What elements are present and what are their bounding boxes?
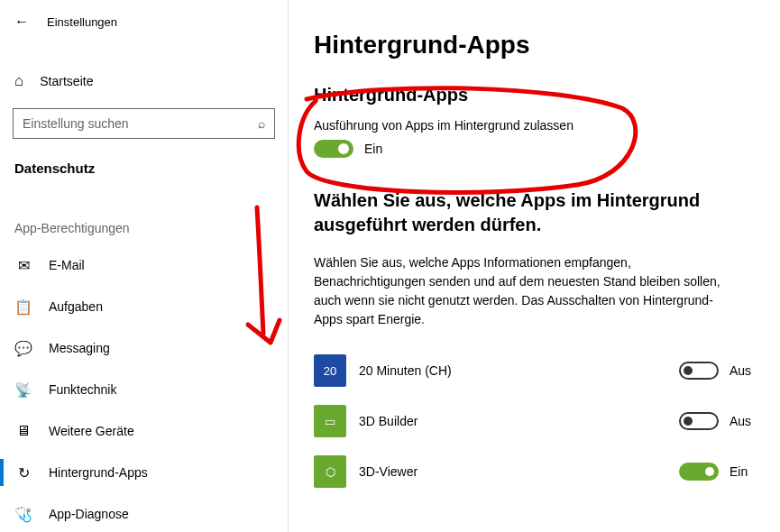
main-content: Hintergrund-Apps Hintergrund-Apps Ausfüh… — [289, 0, 780, 532]
app-toggle-wrap: Aus — [679, 362, 757, 380]
sidebar-item-hintergrund-apps[interactable]: ↻Hintergrund-Apps — [0, 452, 288, 493]
window-title: Einstellungen — [47, 15, 117, 29]
nav-icon: 💬 — [14, 340, 32, 357]
app-icon: ▭ — [314, 405, 346, 437]
sidebar-group-title: App-Berechtigungen — [0, 185, 288, 244]
search-input[interactable]: Einstellung suchen ⌕ — [13, 108, 275, 139]
sidebar-item-aufgaben[interactable]: 📋Aufgaben — [0, 286, 288, 327]
master-toggle[interactable] — [314, 140, 353, 158]
nav-icon: 📡 — [14, 381, 32, 399]
app-toggle-wrap: Ein — [679, 463, 757, 481]
app-name: 20 Minuten (CH) — [359, 363, 666, 378]
sidebar-section-title: Datenschutz — [0, 153, 288, 185]
app-toggle-wrap: Aus — [679, 412, 757, 430]
choose-title: Wählen Sie aus, welche Apps im Hintergru… — [314, 188, 757, 237]
app-toggle-state: Ein — [730, 464, 757, 479]
sidebar-item-funktechnik[interactable]: 📡Funktechnik — [0, 369, 288, 410]
section-heading: Hintergrund-Apps — [314, 85, 757, 105]
app-row: ⬡3D-ViewerEin — [314, 446, 757, 497]
app-row: ▭3D BuilderAus — [314, 396, 757, 446]
sidebar-item-app-diagnose[interactable]: 🩺App-Diagnose — [0, 493, 288, 532]
app-toggle[interactable] — [679, 412, 719, 430]
app-toggle[interactable] — [679, 362, 719, 380]
search-icon: ⌕ — [258, 116, 265, 131]
search-placeholder: Einstellung suchen — [23, 116, 129, 131]
back-button[interactable]: ← — [14, 14, 29, 30]
nav-icon: 📋 — [14, 298, 32, 316]
sidebar-item-weitere-geräte[interactable]: 🖥Weitere Geräte — [0, 410, 288, 452]
nav-label: Hintergrund-Apps — [49, 465, 148, 480]
app-name: 3D Builder — [359, 414, 666, 428]
allow-label: Ausführung von Apps im Hintergrund zulas… — [314, 118, 757, 133]
app-toggle-state: Aus — [730, 414, 757, 428]
nav-label: Weitere Geräte — [49, 424, 134, 438]
page-title: Hintergrund-Apps — [314, 31, 757, 60]
app-toggle[interactable] — [679, 463, 719, 481]
nav-label: E-Mail — [49, 258, 85, 272]
nav-icon: ↻ — [14, 464, 32, 482]
sidebar-item-messaging[interactable]: 💬Messaging — [0, 327, 288, 369]
nav-icon: ✉ — [14, 257, 32, 274]
choose-desc: Wählen Sie aus, welche Apps Informatione… — [314, 253, 729, 329]
app-row: 2020 Minuten (CH)Aus — [314, 345, 757, 396]
app-name: 3D-Viewer — [359, 464, 666, 479]
nav-icon: 🖥 — [14, 423, 32, 439]
app-icon: 20 — [314, 354, 346, 387]
app-icon: ⬡ — [314, 455, 346, 488]
master-toggle-state: Ein — [364, 142, 382, 156]
nav-label: Aufgaben — [49, 299, 103, 314]
nav-icon: 🩺 — [14, 506, 32, 523]
nav-label: App-Diagnose — [49, 507, 129, 521]
nav-label: Messaging — [49, 341, 110, 355]
home-icon: ⌂ — [14, 72, 23, 90]
home-label: Startseite — [40, 74, 93, 88]
home-link[interactable]: ⌂ Startseite — [0, 61, 288, 101]
sidebar: ← Einstellungen ⌂ Startseite Einstellung… — [0, 0, 289, 532]
app-toggle-state: Aus — [730, 363, 757, 378]
nav-label: Funktechnik — [49, 382, 116, 397]
sidebar-item-e-mail[interactable]: ✉E-Mail — [0, 244, 288, 286]
